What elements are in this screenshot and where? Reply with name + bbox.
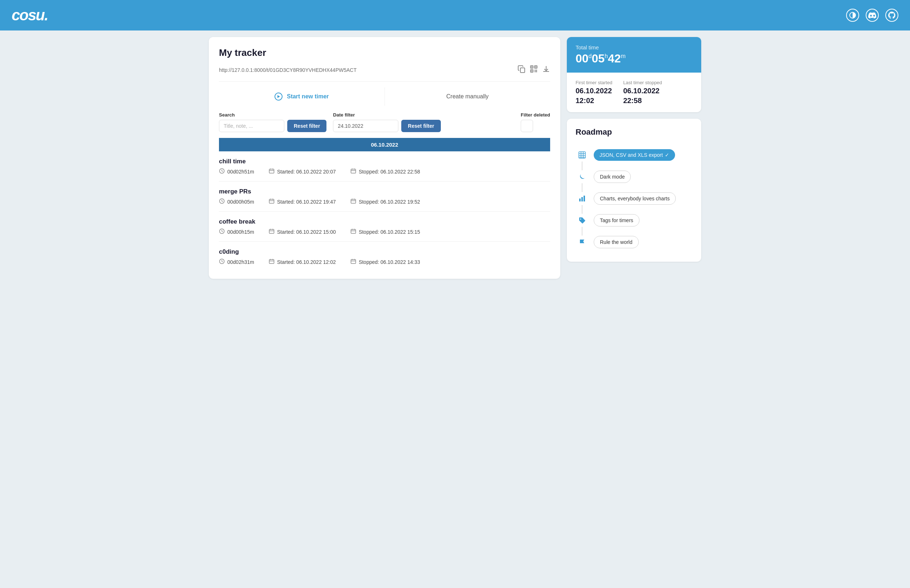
total-time-value: 00d05h42m <box>575 52 692 65</box>
svg-rect-9 <box>536 70 537 71</box>
calendar-stop-icon <box>351 198 356 205</box>
date-group-header: 06.10.2022 <box>219 138 550 151</box>
main-layout: My tracker http://127.0.0.1:8000/t/01GD3… <box>201 31 709 285</box>
tracker-url: http://127.0.0.1:8000/t/01GD3CY8R90YVHED… <box>219 67 357 73</box>
tracker-card: My tracker http://127.0.0.1:8000/t/01GD3… <box>209 37 560 279</box>
last-timer-date: 06.10.2022 <box>623 87 662 95</box>
timer-meta: 00d00h05m Started: 06.10.2022 19:47 <box>219 198 550 205</box>
search-filter-group: Search Reset filter <box>219 112 327 132</box>
date-reset-filter-button[interactable]: Reset filter <box>401 120 440 132</box>
first-timer-group: First timer started 06.10.2022 12:02 <box>575 80 612 105</box>
timer-duration-value: 00d02h31m <box>227 259 254 265</box>
timer-started-value: Started: 06.10.2022 12:02 <box>277 259 336 265</box>
roadmap-items: JSON, CSV and XLS export ✓ Dark mode <box>575 144 692 253</box>
timer-entry: c0ding 00d02h31m Started: 06 <box>219 242 550 271</box>
timer-stopped-value: Stopped: 06.10.2022 14:33 <box>359 259 420 265</box>
svg-rect-19 <box>269 229 274 233</box>
svg-rect-13 <box>269 169 274 173</box>
github-icon[interactable] <box>885 9 899 22</box>
roadmap-item-label: Charts, everybody loves charts <box>600 195 669 202</box>
first-timer-time: 12:02 <box>575 97 612 105</box>
roadmap-badge-outline: Charts, everybody loves charts <box>594 192 676 205</box>
moon-icon <box>575 170 588 183</box>
copy-icon[interactable] <box>517 65 525 75</box>
first-timer-date: 06.10.2022 <box>575 87 612 95</box>
calendar-icon <box>269 168 275 175</box>
svg-rect-14 <box>351 169 356 173</box>
roadmap-badge-outline: Dark mode <box>594 171 631 183</box>
timer-meta: 00d02h51m Started: 06.10.2022 20:07 <box>219 168 550 175</box>
timer-started-value: Started: 06.10.2022 15:00 <box>277 229 336 235</box>
timer-meta: 00d00h15m Started: 06.10.2022 15:00 <box>219 228 550 236</box>
timer-duration-value: 00d00h15m <box>227 229 254 235</box>
timer-list: chill time 00d02h51m Started <box>219 151 550 271</box>
roadmap-item-label: JSON, CSV and XLS export <box>600 152 663 158</box>
app-logo: cosu. <box>11 6 48 24</box>
svg-rect-23 <box>351 260 356 263</box>
roadmap-item: Tags for timers <box>575 210 692 231</box>
qr-icon[interactable] <box>530 65 538 75</box>
create-manually-button[interactable]: Create manually <box>385 87 551 106</box>
timer-stopped-value: Stopped: 06.10.2022 15:15 <box>359 229 420 235</box>
clock-icon <box>219 228 225 236</box>
roadmap-item: Rule the world <box>575 231 692 253</box>
filter-deleted-checkbox[interactable] <box>521 120 533 132</box>
svg-rect-17 <box>351 199 356 203</box>
flag-icon <box>575 236 588 249</box>
svg-rect-8 <box>535 70 536 71</box>
clock-icon <box>219 198 225 205</box>
roadmap-title: Roadmap <box>575 128 692 137</box>
roadmap-badge-outline: Tags for timers <box>594 214 640 226</box>
roadmap-item-label: Rule the world <box>600 239 632 245</box>
svg-rect-5 <box>535 66 537 68</box>
filter-deleted-label: Filter deleted <box>521 112 550 118</box>
svg-rect-22 <box>269 260 274 263</box>
date-filter-group: Date filter Reset filter <box>333 112 440 132</box>
timer-name: coffee break <box>219 218 550 225</box>
timer-started-value: Started: 06.10.2022 19:47 <box>277 199 336 205</box>
header-icons <box>846 9 899 22</box>
svg-rect-26 <box>581 197 583 202</box>
theme-toggle-icon[interactable] <box>846 9 859 22</box>
discord-icon[interactable] <box>866 9 879 22</box>
reset-filter-button[interactable]: Reset filter <box>287 120 327 132</box>
timer-name: c0ding <box>219 248 550 255</box>
app-header: cosu. <box>0 0 910 31</box>
timer-started-value: Started: 06.10.2022 20:07 <box>277 169 336 174</box>
timer-entry: coffee break 00d00h15m Start <box>219 212 550 242</box>
roadmap-badge-active: JSON, CSV and XLS export ✓ <box>594 149 675 161</box>
table-icon <box>575 149 588 162</box>
last-timer-time: 22:58 <box>623 97 662 105</box>
action-row: Start new timer Create manually <box>219 87 550 106</box>
timer-entry: chill time 00d02h51m Started <box>219 151 550 181</box>
svg-rect-1 <box>520 68 525 73</box>
download-icon[interactable] <box>542 65 550 75</box>
search-input[interactable] <box>219 120 284 132</box>
first-timer-label: First timer started <box>575 80 612 85</box>
total-time-label: Total time <box>575 44 692 50</box>
calendar-stop-icon <box>351 258 356 266</box>
chart-icon <box>575 192 588 205</box>
calendar-stop-icon <box>351 228 356 236</box>
tracker-url-row: http://127.0.0.1:8000/t/01GD3CY8R90YVHED… <box>219 65 550 82</box>
timer-name: chill time <box>219 158 550 165</box>
clock-icon <box>219 168 225 175</box>
date-filter-input[interactable] <box>333 120 398 132</box>
search-filter-label: Search <box>219 112 327 118</box>
start-timer-button[interactable]: Start new timer <box>219 87 385 106</box>
tracker-url-actions <box>517 65 550 75</box>
last-timer-label: Last timer stopped <box>623 80 662 85</box>
play-icon <box>275 92 283 100</box>
svg-rect-27 <box>583 195 585 202</box>
roadmap-badge-outline: Rule the world <box>594 236 639 248</box>
timer-duration-value: 00d02h51m <box>227 169 254 174</box>
right-column: Total time 00d05h42m First timer started… <box>567 37 701 279</box>
timer-meta: 00d02h31m Started: 06.10.2022 12:02 <box>219 258 550 266</box>
timer-name: merge PRs <box>219 188 550 195</box>
timer-entry: merge PRs 00d00h05m Started: <box>219 181 550 212</box>
date-filter-label: Date filter <box>333 112 440 118</box>
roadmap-item-label: Tags for timers <box>600 217 633 223</box>
svg-rect-7 <box>531 70 532 71</box>
svg-rect-16 <box>269 199 274 203</box>
calendar-icon <box>269 228 275 236</box>
